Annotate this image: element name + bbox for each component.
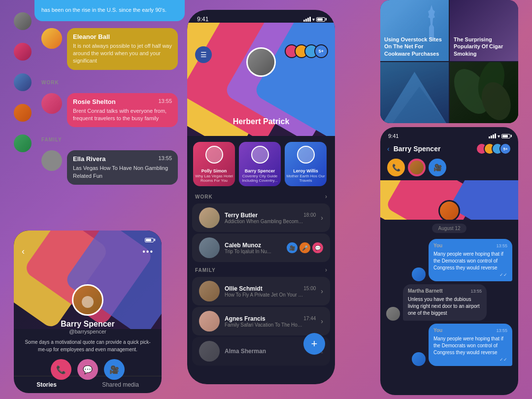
fab-compose-button[interactable]: + bbox=[303, 333, 325, 355]
family-title: FAMILY bbox=[195, 267, 216, 273]
msg3-sender: You bbox=[433, 328, 442, 333]
story-row: Polly Simon Why Las Vegas Hotel Rooms Fo… bbox=[187, 136, 335, 190]
msg1-check: ✓✓ bbox=[433, 272, 507, 277]
caleb-name-row: Caleb Munoz bbox=[225, 242, 282, 249]
csb4 bbox=[495, 133, 496, 138]
ella-card[interactable]: Ella Rivera 13:55 Las Vegas How To Have … bbox=[67, 150, 178, 185]
chat-phone-button[interactable]: 📞 bbox=[387, 159, 405, 176]
ollie-name-row: Ollie Schmidt 15:00 bbox=[225, 285, 316, 292]
main-app-panel: 9:41 ▾ ☰ 5+ Herb bbox=[187, 10, 335, 384]
polly-avatar bbox=[205, 146, 223, 164]
msg1-text: Many people were hoping that if the Demo… bbox=[433, 251, 507, 271]
chat-video-button[interactable]: 🎥 bbox=[429, 159, 446, 176]
chat-contact-name: Barry Spencer bbox=[394, 145, 476, 153]
date-pill: August 12 bbox=[432, 224, 466, 233]
ollie-preview: How To Fly A Private Jet On Your Next Tr… bbox=[225, 292, 303, 298]
hero-section: ☰ 5+ Herbert Patrick bbox=[187, 23, 335, 136]
story-card-barry[interactable]: Barry Spencer Coventry City Guide Includ… bbox=[239, 142, 281, 186]
message-button[interactable]: 💬 bbox=[77, 359, 98, 380]
profile-content: Barry Spencer @barryspencer Some days a … bbox=[14, 260, 162, 380]
work-arrow[interactable]: › bbox=[325, 193, 327, 200]
center-time: 9:41 bbox=[197, 16, 208, 23]
news-tile-3[interactable] bbox=[380, 62, 449, 123]
date-separator: August 12 bbox=[380, 220, 518, 237]
chat-wifi: ▾ bbox=[498, 133, 500, 139]
chat-status-bar: 9:41 ▾ bbox=[380, 127, 518, 139]
ollie-time: 15:00 bbox=[303, 286, 316, 291]
news-tile-4[interactable] bbox=[450, 62, 518, 123]
profile-avatar bbox=[72, 284, 103, 316]
msg-bubble-3: You 13:55 Many people were hoping that i… bbox=[429, 324, 512, 366]
more-options-button[interactable]: ••• bbox=[142, 247, 154, 256]
side-avatar-3[interactable] bbox=[14, 73, 32, 91]
video-button[interactable]: 🎥 bbox=[104, 359, 125, 380]
terry-preview: Addiction When Gambling Becomes A Pr... bbox=[225, 219, 303, 224]
profile-panel: 9:41 ▾ ‹ ••• Barry Spencer @barryspencer… bbox=[14, 231, 162, 393]
family-arrow[interactable]: › bbox=[325, 266, 327, 273]
chat-item-eleanor[interactable]: Eleanor Ball It is not always possible t… bbox=[34, 22, 185, 76]
news-tile-overstock[interactable]: Using Overstock Sites On The Net For Coo… bbox=[380, 0, 449, 61]
center-battery bbox=[316, 17, 325, 22]
profile-bio: Some days a motivational quote can provi… bbox=[14, 338, 162, 353]
chat-time: 9:41 bbox=[388, 133, 399, 139]
profile-top-actions: ‹ ••• bbox=[14, 243, 162, 260]
ollie-name: Ollie Schmidt bbox=[225, 285, 263, 292]
chat-item-ella[interactable]: Ella Rivera 13:55 Las Vegas How To Have … bbox=[34, 144, 185, 191]
story-card-leroy[interactable]: Leroy Willis Mother Earth Hos Our Travel… bbox=[285, 142, 327, 186]
msg3-check: ✓✓ bbox=[433, 357, 507, 362]
agnes-chevron: › bbox=[321, 317, 323, 325]
list-item-terry[interactable]: Terry Butler 18:00 Addiction When Gambli… bbox=[192, 203, 330, 232]
rosie-card[interactable]: Rosie Shelton 13:55 Brent Conrad talks w… bbox=[67, 93, 178, 128]
alma-name: Alma Sherman bbox=[225, 348, 266, 355]
list-item-ollie[interactable]: Ollie Schmidt 15:00 How To Fly A Private… bbox=[192, 277, 330, 305]
side-avatar-5[interactable] bbox=[14, 134, 32, 152]
list-item-caleb[interactable]: Caleb Munoz Trip To Iqaluit In Nu... 🎥 🎤… bbox=[192, 233, 330, 262]
list-item-agnes[interactable]: Agnes Francis 17:44 Family Safari Vacati… bbox=[192, 307, 330, 335]
hero-main-avatar bbox=[246, 47, 276, 77]
agnes-info: Agnes Francis 17:44 Family Safari Vacati… bbox=[225, 315, 316, 328]
cb4 bbox=[309, 17, 311, 22]
center-wifi: ▾ bbox=[312, 17, 315, 22]
msg1-avatar bbox=[412, 267, 426, 281]
work-section-label: WORK bbox=[34, 76, 185, 87]
caleb-preview: Trip To Iqaluit In Nu... bbox=[225, 249, 282, 254]
rosie-time: 13:55 bbox=[158, 98, 172, 104]
news-title-cigar: The Surprising Popularity Of Cigar Smoki… bbox=[454, 36, 514, 57]
ella-preview: Las Vegas How To Have Non Gambling Relat… bbox=[73, 165, 172, 180]
eleanor-name: Eleanor Ball bbox=[73, 33, 172, 40]
menu-button[interactable]: ☰ bbox=[195, 46, 212, 63]
caleb-msg-btn[interactable]: 💬 bbox=[312, 242, 323, 253]
side-avatar-4[interactable] bbox=[14, 104, 32, 122]
tab-shared-media[interactable]: Shared media bbox=[102, 381, 139, 388]
center-signal bbox=[303, 17, 311, 22]
msg1-sender: You bbox=[433, 243, 442, 248]
news-tile-cigar[interactable]: The Surprising Popularity Of Cigar Smoki… bbox=[450, 0, 518, 61]
caleb-info: Caleb Munoz Trip To Iqaluit In Nu... bbox=[225, 242, 282, 254]
chat-header: ‹ Barry Spencer 5+ bbox=[380, 139, 518, 159]
chat-item-rosie[interactable]: Rosie Shelton 13:55 Brent Conrad talks w… bbox=[34, 87, 185, 133]
back-button[interactable]: ‹ bbox=[22, 246, 25, 257]
caleb-mic-btn[interactable]: 🎤 bbox=[299, 242, 310, 253]
hero-avatar-group: 5+ bbox=[289, 44, 328, 58]
chat-back-button[interactable]: ‹ bbox=[387, 145, 390, 153]
eleanor-avatar bbox=[41, 28, 62, 49]
call-button[interactable]: 📞 bbox=[51, 359, 71, 380]
side-avatar-2[interactable] bbox=[14, 43, 32, 61]
polly-sub: Why Las Vegas Hotel Rooms For You bbox=[193, 174, 235, 183]
rosie-preview: Brent Conrad talks with everyone from, f… bbox=[73, 107, 172, 123]
side-avatar-1[interactable] bbox=[14, 12, 32, 30]
story-card-polly[interactable]: Polly Simon Why Las Vegas Hotel Rooms Fo… bbox=[193, 142, 235, 186]
caleb-video-btn[interactable]: 🎥 bbox=[287, 242, 298, 253]
msg-row-3: You 13:55 Many people were hoping that i… bbox=[386, 324, 512, 366]
battery-icon bbox=[145, 238, 154, 242]
msg-bubble-1: You 13:55 Many people were hoping that i… bbox=[429, 239, 512, 281]
caleb-name: Caleb Munoz bbox=[225, 242, 261, 249]
ella-time: 13:55 bbox=[158, 155, 172, 161]
profile-name: Barry Spencer bbox=[61, 320, 114, 329]
csb2 bbox=[491, 135, 492, 138]
leroy-name: Leroy Willis bbox=[293, 168, 318, 174]
eleanor-card[interactable]: Eleanor Ball It is not always possible t… bbox=[67, 28, 178, 70]
barry-story-name: Barry Spencer bbox=[245, 168, 275, 174]
tab-stories[interactable]: Stories bbox=[36, 381, 57, 388]
cb3 bbox=[307, 18, 309, 22]
